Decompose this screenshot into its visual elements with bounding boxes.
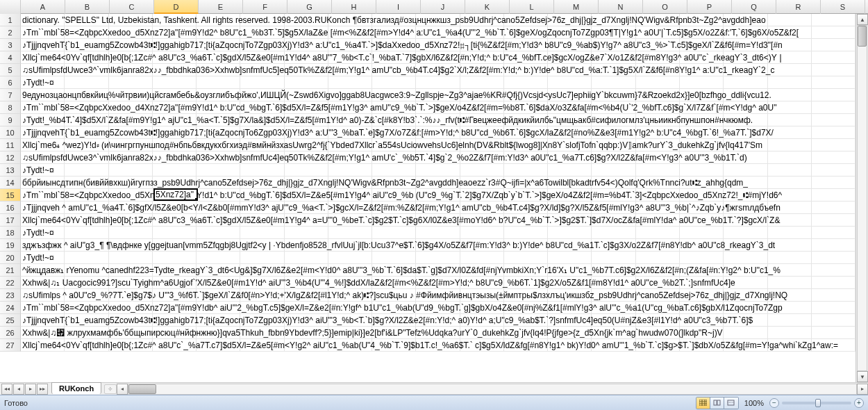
cell[interactable] bbox=[504, 252, 548, 264]
cell[interactable] bbox=[636, 214, 680, 227]
cell[interactable] bbox=[372, 51, 416, 64]
cell[interactable] bbox=[680, 114, 724, 126]
cell[interactable] bbox=[153, 139, 197, 151]
cell[interactable] bbox=[240, 339, 284, 352]
cell[interactable] bbox=[592, 214, 635, 227]
cell[interactable] bbox=[109, 76, 153, 89]
cell[interactable] bbox=[285, 151, 328, 164]
cell[interactable] bbox=[65, 314, 108, 327]
cell[interactable] bbox=[153, 214, 197, 227]
cell[interactable] bbox=[504, 51, 548, 64]
cell[interactable] bbox=[504, 314, 548, 327]
cell[interactable] bbox=[416, 314, 460, 327]
cell[interactable] bbox=[416, 26, 460, 39]
cell[interactable] bbox=[372, 139, 416, 151]
cell[interactable] bbox=[416, 302, 460, 314]
cell[interactable] bbox=[768, 164, 812, 177]
cell[interactable] bbox=[285, 177, 328, 189]
cell[interactable] bbox=[724, 89, 767, 101]
cell[interactable] bbox=[460, 214, 504, 227]
cell[interactable] bbox=[109, 202, 153, 214]
cell[interactable] bbox=[65, 239, 108, 252]
page-layout-view-button[interactable] bbox=[710, 397, 724, 409]
cell[interactable] bbox=[812, 14, 856, 26]
cell[interactable] bbox=[21, 239, 65, 252]
cell[interactable] bbox=[372, 327, 416, 339]
cell[interactable] bbox=[416, 139, 460, 151]
cell[interactable] bbox=[285, 139, 328, 151]
cell[interactable] bbox=[504, 327, 548, 339]
cell[interactable] bbox=[285, 64, 328, 76]
cell[interactable] bbox=[416, 227, 460, 239]
cell[interactable] bbox=[592, 14, 635, 26]
cell[interactable] bbox=[109, 214, 153, 227]
vscroll-track[interactable] bbox=[857, 25, 867, 371]
cell[interactable] bbox=[285, 302, 328, 314]
cell[interactable] bbox=[636, 289, 680, 302]
cell[interactable] bbox=[197, 202, 240, 214]
cell[interactable] bbox=[768, 151, 812, 164]
cell[interactable] bbox=[109, 239, 153, 252]
cell[interactable] bbox=[724, 227, 767, 239]
cell[interactable] bbox=[592, 64, 635, 76]
cell[interactable] bbox=[680, 227, 724, 239]
cell[interactable] bbox=[636, 339, 680, 352]
cell[interactable] bbox=[460, 277, 504, 289]
cell[interactable] bbox=[724, 101, 767, 114]
cell[interactable] bbox=[592, 327, 635, 339]
cell[interactable] bbox=[153, 264, 197, 277]
cell[interactable] bbox=[21, 314, 65, 327]
cell[interactable] bbox=[636, 189, 680, 202]
scroll-right-button[interactable]: ▸ bbox=[857, 384, 868, 395]
cell[interactable] bbox=[680, 339, 724, 352]
cell[interactable] bbox=[460, 302, 504, 314]
cell[interactable] bbox=[285, 26, 328, 39]
cell[interactable] bbox=[285, 164, 328, 177]
cell[interactable] bbox=[680, 76, 724, 89]
cell[interactable] bbox=[372, 239, 416, 252]
cell[interactable] bbox=[153, 227, 197, 239]
cell[interactable] bbox=[21, 89, 65, 101]
cell[interactable] bbox=[21, 101, 65, 114]
cell[interactable] bbox=[504, 189, 548, 202]
cell[interactable] bbox=[21, 76, 65, 89]
cell[interactable] bbox=[372, 126, 416, 139]
cell[interactable] bbox=[460, 177, 504, 189]
cell[interactable] bbox=[768, 239, 812, 252]
cell[interactable] bbox=[416, 89, 460, 101]
cell[interactable] bbox=[153, 89, 197, 101]
row-header[interactable]: 2 bbox=[0, 26, 21, 39]
row-header[interactable]: 21 bbox=[0, 264, 21, 277]
cell[interactable] bbox=[372, 64, 416, 76]
cell[interactable] bbox=[372, 114, 416, 126]
cell[interactable] bbox=[680, 289, 724, 302]
cell[interactable] bbox=[768, 39, 812, 51]
column-header[interactable]: I bbox=[376, 0, 421, 14]
cell[interactable] bbox=[636, 202, 680, 214]
column-header[interactable]: L bbox=[510, 0, 554, 14]
cell[interactable] bbox=[548, 202, 592, 214]
cell[interactable] bbox=[460, 327, 504, 339]
cell[interactable] bbox=[636, 101, 680, 114]
cell[interactable] bbox=[197, 314, 240, 327]
cell[interactable] bbox=[328, 214, 372, 227]
cell[interactable] bbox=[65, 101, 108, 114]
zoom-out-button[interactable]: − bbox=[769, 398, 779, 408]
cell[interactable] bbox=[328, 339, 372, 352]
cell[interactable] bbox=[197, 339, 240, 352]
cell[interactable] bbox=[285, 214, 328, 227]
cell[interactable] bbox=[548, 252, 592, 264]
cell[interactable] bbox=[197, 264, 240, 277]
cell[interactable] bbox=[65, 252, 108, 264]
cell[interactable] bbox=[416, 151, 460, 164]
zoom-in-button[interactable]: + bbox=[854, 398, 864, 408]
cell[interactable] bbox=[724, 14, 767, 26]
cell[interactable] bbox=[65, 126, 108, 139]
column-header[interactable]: Q bbox=[732, 0, 776, 14]
cell[interactable] bbox=[636, 126, 680, 139]
page-break-view-button[interactable] bbox=[724, 397, 738, 409]
cell[interactable] bbox=[285, 314, 328, 327]
cell[interactable] bbox=[680, 51, 724, 64]
cell[interactable] bbox=[153, 39, 197, 51]
cell[interactable] bbox=[548, 101, 592, 114]
